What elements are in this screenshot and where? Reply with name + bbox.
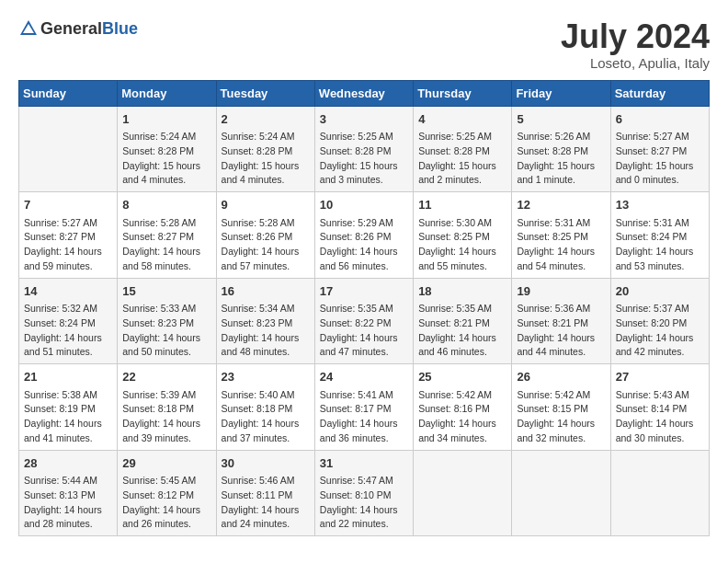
day-number: 16 [222,282,310,301]
calendar-cell: 24Sunrise: 5:41 AM Sunset: 8:17 PM Dayli… [314,364,413,451]
calendar-week-row: 1Sunrise: 5:24 AM Sunset: 8:28 PM Daylig… [19,106,710,192]
calendar-cell [512,450,610,536]
day-info: Sunrise: 5:41 AM Sunset: 8:17 PM Dayligh… [320,388,408,446]
day-info: Sunrise: 5:44 AM Sunset: 8:13 PM Dayligh… [24,474,112,532]
page-header: GeneralBlue July 2024 Loseto, Apulia, It… [18,18,710,71]
day-info: Sunrise: 5:34 AM Sunset: 8:23 PM Dayligh… [222,302,310,360]
day-number: 13 [616,196,704,214]
day-info: Sunrise: 5:38 AM Sunset: 8:19 PM Dayligh… [24,388,112,446]
day-info: Sunrise: 5:40 AM Sunset: 8:18 PM Dayligh… [222,388,310,446]
day-number: 26 [517,368,605,386]
calendar-week-row: 7Sunrise: 5:27 AM Sunset: 8:27 PM Daylig… [19,192,710,279]
day-info: Sunrise: 5:31 AM Sunset: 8:25 PM Dayligh… [517,216,605,274]
day-info: Sunrise: 5:25 AM Sunset: 8:28 PM Dayligh… [320,130,408,188]
logo-blue-text: Blue [102,19,138,38]
day-number: 4 [418,110,506,129]
calendar-cell: 10Sunrise: 5:29 AM Sunset: 8:26 PM Dayli… [314,192,413,279]
day-number: 29 [122,454,210,473]
day-number: 31 [320,454,408,473]
day-header-monday: Monday [118,80,216,106]
day-info: Sunrise: 5:35 AM Sunset: 8:22 PM Dayligh… [320,302,408,360]
calendar-cell: 5Sunrise: 5:26 AM Sunset: 8:28 PM Daylig… [512,106,610,192]
calendar-cell: 2Sunrise: 5:24 AM Sunset: 8:28 PM Daylig… [216,106,314,192]
calendar-cell: 23Sunrise: 5:40 AM Sunset: 8:18 PM Dayli… [216,364,314,451]
calendar-cell: 29Sunrise: 5:45 AM Sunset: 8:12 PM Dayli… [118,450,216,536]
day-header-thursday: Thursday [414,80,512,106]
day-info: Sunrise: 5:30 AM Sunset: 8:25 PM Dayligh… [418,216,506,274]
calendar-cell: 12Sunrise: 5:31 AM Sunset: 8:25 PM Dayli… [512,192,610,279]
day-number: 1 [122,110,210,129]
calendar-cell: 16Sunrise: 5:34 AM Sunset: 8:23 PM Dayli… [216,278,314,364]
day-info: Sunrise: 5:26 AM Sunset: 8:28 PM Dayligh… [517,130,605,188]
day-info: Sunrise: 5:28 AM Sunset: 8:26 PM Dayligh… [222,216,310,274]
calendar-cell: 28Sunrise: 5:44 AM Sunset: 8:13 PM Dayli… [19,450,118,536]
calendar-cell: 22Sunrise: 5:39 AM Sunset: 8:18 PM Dayli… [118,364,216,451]
calendar-cell: 31Sunrise: 5:47 AM Sunset: 8:10 PM Dayli… [314,450,413,536]
day-header-friday: Friday [512,80,610,106]
day-header-tuesday: Tuesday [216,80,314,106]
day-header-sunday: Sunday [19,80,118,106]
day-number: 24 [320,368,408,386]
calendar-week-row: 21Sunrise: 5:38 AM Sunset: 8:19 PM Dayli… [19,364,710,451]
day-info: Sunrise: 5:43 AM Sunset: 8:14 PM Dayligh… [616,388,704,446]
day-number: 23 [222,368,310,386]
day-header-saturday: Saturday [610,80,709,106]
calendar-cell: 20Sunrise: 5:37 AM Sunset: 8:20 PM Dayli… [610,278,709,364]
day-number: 7 [24,196,112,214]
day-number: 15 [122,282,210,301]
day-number: 8 [122,196,210,214]
day-info: Sunrise: 5:25 AM Sunset: 8:28 PM Dayligh… [418,130,506,188]
days-header-row: SundayMondayTuesdayWednesdayThursdayFrid… [19,80,710,106]
day-number: 2 [222,110,310,129]
day-number: 11 [418,196,506,214]
day-info: Sunrise: 5:39 AM Sunset: 8:18 PM Dayligh… [122,388,210,446]
month-title: July 2024 [561,18,710,55]
day-info: Sunrise: 5:45 AM Sunset: 8:12 PM Dayligh… [122,474,210,532]
calendar-cell: 19Sunrise: 5:36 AM Sunset: 8:21 PM Dayli… [512,278,610,364]
day-number: 10 [320,196,408,214]
calendar-cell: 18Sunrise: 5:35 AM Sunset: 8:21 PM Dayli… [414,278,512,364]
day-info: Sunrise: 5:28 AM Sunset: 8:27 PM Dayligh… [122,216,210,274]
calendar-cell: 7Sunrise: 5:27 AM Sunset: 8:27 PM Daylig… [19,192,118,279]
calendar-cell: 11Sunrise: 5:30 AM Sunset: 8:25 PM Dayli… [414,192,512,279]
calendar-cell: 8Sunrise: 5:28 AM Sunset: 8:27 PM Daylig… [118,192,216,279]
calendar-cell: 3Sunrise: 5:25 AM Sunset: 8:28 PM Daylig… [314,106,413,192]
logo-icon [18,18,39,39]
day-number: 6 [616,110,704,129]
day-info: Sunrise: 5:47 AM Sunset: 8:10 PM Dayligh… [320,474,408,532]
calendar-cell: 6Sunrise: 5:27 AM Sunset: 8:27 PM Daylig… [610,106,709,192]
calendar-cell: 13Sunrise: 5:31 AM Sunset: 8:24 PM Dayli… [610,192,709,279]
calendar-cell: 27Sunrise: 5:43 AM Sunset: 8:14 PM Dayli… [610,364,709,451]
day-info: Sunrise: 5:36 AM Sunset: 8:21 PM Dayligh… [517,302,605,360]
calendar-week-row: 14Sunrise: 5:32 AM Sunset: 8:24 PM Dayli… [19,278,710,364]
calendar-cell [19,106,118,192]
calendar-cell: 15Sunrise: 5:33 AM Sunset: 8:23 PM Dayli… [118,278,216,364]
day-number: 3 [320,110,408,129]
calendar-week-row: 28Sunrise: 5:44 AM Sunset: 8:13 PM Dayli… [19,450,710,536]
calendar-cell: 26Sunrise: 5:42 AM Sunset: 8:15 PM Dayli… [512,364,610,451]
day-number: 19 [517,282,605,301]
day-number: 27 [616,368,704,386]
day-number: 5 [517,110,605,129]
day-info: Sunrise: 5:42 AM Sunset: 8:15 PM Dayligh… [517,388,605,446]
logo: GeneralBlue [18,18,138,39]
day-number: 21 [24,368,112,386]
day-info: Sunrise: 5:42 AM Sunset: 8:16 PM Dayligh… [418,388,506,446]
calendar-cell [610,450,709,536]
calendar-cell: 21Sunrise: 5:38 AM Sunset: 8:19 PM Dayli… [19,364,118,451]
day-info: Sunrise: 5:37 AM Sunset: 8:20 PM Dayligh… [616,302,704,360]
day-header-wednesday: Wednesday [314,80,413,106]
calendar-cell: 1Sunrise: 5:24 AM Sunset: 8:28 PM Daylig… [118,106,216,192]
calendar-cell: 17Sunrise: 5:35 AM Sunset: 8:22 PM Dayli… [314,278,413,364]
day-info: Sunrise: 5:24 AM Sunset: 8:28 PM Dayligh… [222,130,310,188]
day-number: 22 [122,368,210,386]
day-info: Sunrise: 5:33 AM Sunset: 8:23 PM Dayligh… [122,302,210,360]
location-subtitle: Loseto, Apulia, Italy [561,55,710,71]
day-number: 30 [222,454,310,473]
day-number: 20 [616,282,704,301]
calendar-cell: 25Sunrise: 5:42 AM Sunset: 8:16 PM Dayli… [414,364,512,451]
calendar-cell [414,450,512,536]
day-number: 18 [418,282,506,301]
day-info: Sunrise: 5:35 AM Sunset: 8:21 PM Dayligh… [418,302,506,360]
day-number: 9 [222,196,310,214]
